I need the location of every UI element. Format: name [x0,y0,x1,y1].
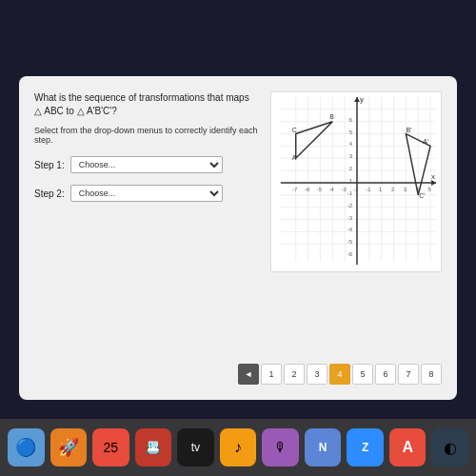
pagination: ◄ 1 2 3 4 5 6 7 8 [34,364,442,385]
svg-text:-3: -3 [342,187,347,192]
dock-podcasts[interactable]: 🎙 [262,428,299,466]
dock-launchpad[interactable]: 🚀 [50,428,88,466]
question-line2: △ ABC to △ A'B'C'? [34,105,261,118]
dock-calendar[interactable]: 25 [92,428,129,466]
step1-label: Step 1: [34,160,65,170]
step2-select[interactable]: Choose... Translation Reflection Rotatio… [70,185,223,202]
page-5-button[interactable]: 5 [352,364,373,385]
prev-page-button[interactable]: ◄ [238,364,259,385]
dock: 🔵 🚀 25 📇 tv ♪ 🎙 N Z A ◐ [0,419,476,476]
label-b-prime: B' [406,127,411,133]
label-c: C [292,127,297,133]
dock-music[interactable]: ♪ [220,428,257,466]
svg-text:-5: -5 [347,239,353,245]
step1-select[interactable]: Choose... Translation Reflection Rotatio… [70,156,223,173]
triangle-abc [296,122,333,159]
dock-contacts[interactable]: 📇 [135,428,172,466]
svg-text:-2: -2 [353,187,358,192]
dock-finder[interactable]: 🔵 [8,428,45,466]
subtitle-text: Select from the drop-down menus to corre… [34,126,261,145]
left-panel: What is the sequence of transformations … [34,91,261,348]
svg-text:-7: -7 [292,187,297,192]
page-3-button[interactable]: 3 [307,364,327,385]
dock-dark[interactable]: ◐ [431,428,468,466]
step2-label: Step 2: [34,188,65,199]
label-a-note: A [292,154,297,161]
page-7-button[interactable]: 7 [398,364,419,385]
svg-text:-2: -2 [347,203,352,208]
svg-text:1: 1 [349,178,352,184]
svg-text:5: 5 [427,187,431,192]
svg-text:-6: -6 [305,187,310,192]
page-6-button[interactable]: 6 [375,364,396,385]
dock-zoom[interactable]: Z [347,428,384,466]
svg-text:-5: -5 [317,187,323,192]
dock-appletv[interactable]: tv [177,428,214,466]
svg-text:2: 2 [391,187,394,192]
dock-nord[interactable]: N [305,428,342,466]
page-1-button[interactable]: 1 [261,364,282,385]
graph-svg: x y -7 -6 -5 -4 -3 -2 -1 1 2 3 4 5 6 [271,92,441,271]
page-4-button[interactable]: 4 [329,364,350,385]
content-area: What is the sequence of transformations … [34,91,442,348]
label-a-prime: A' [423,138,428,145]
y-axis-label: y [360,95,364,104]
svg-text:3: 3 [404,187,407,192]
graph-container: x y -7 -6 -5 -4 -3 -2 -1 1 2 3 4 5 6 [270,91,442,272]
svg-text:-4: -4 [329,187,335,192]
step1-row: Step 1: Choose... Translation Reflection… [34,156,261,173]
screen: What is the sequence of transformations … [19,76,457,400]
page-2-button[interactable]: 2 [284,364,305,385]
question-line1: What is the sequence of transformations … [34,91,261,105]
question-block: What is the sequence of transformations … [34,91,261,118]
svg-text:-1: -1 [347,190,352,196]
x-axis-label: x [431,172,435,181]
svg-text:2: 2 [349,166,352,171]
page-8-button[interactable]: 8 [421,364,442,385]
right-panel: x y -7 -6 -5 -4 -3 -2 -1 1 2 3 4 5 6 [270,91,442,348]
svg-text:1: 1 [379,187,382,192]
svg-text:-1: -1 [366,187,370,192]
svg-text:-3: -3 [347,215,353,221]
step2-row: Step 2: Choose... Translation Reflection… [34,185,261,202]
svg-text:-6: -6 [347,251,353,257]
svg-text:-4: -4 [347,227,353,232]
label-b: B [329,113,334,120]
label-c-prime: C' [419,192,425,199]
dock-aaa[interactable]: A [389,428,426,466]
